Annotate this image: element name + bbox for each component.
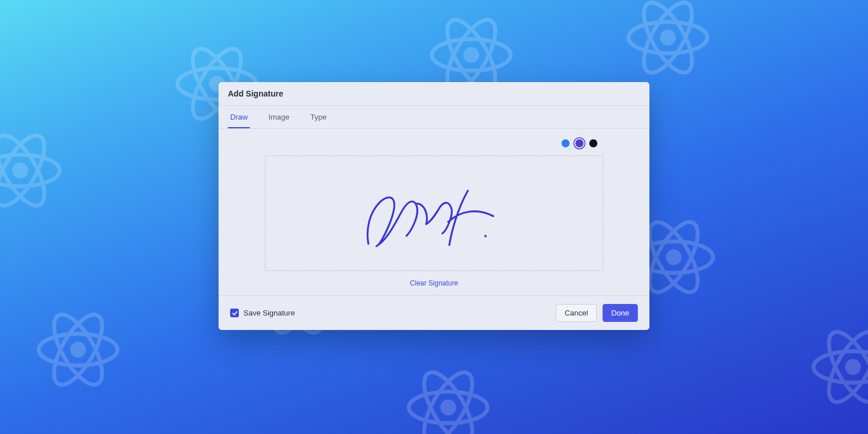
svg-point-35 [819, 325, 868, 409]
signature-mode-tabs: Draw Image Type [219, 106, 649, 129]
svg-point-14 [0, 128, 54, 212]
svg-point-28 [666, 249, 681, 265]
svg-point-9 [629, 22, 707, 54]
save-signature-checkbox[interactable] [230, 309, 239, 317]
svg-point-22 [45, 307, 111, 391]
svg-point-30 [640, 215, 707, 299]
react-logo-icon [35, 306, 121, 393]
svg-point-25 [409, 392, 487, 424]
svg-point-21 [39, 334, 117, 366]
signature-body: Clear Signature [219, 129, 649, 295]
add-signature-dialog: Add Signature Draw Image Type Clear Sign… [219, 82, 649, 330]
tab-type[interactable]: Type [308, 106, 328, 128]
signature-drawing [359, 176, 509, 251]
svg-point-27 [415, 365, 481, 434]
dialog-footer: Save Signature Cancel Done [219, 295, 649, 330]
color-blue[interactable] [562, 139, 570, 147]
react-logo-icon [0, 127, 64, 214]
svg-point-10 [634, 0, 701, 80]
color-black[interactable] [589, 139, 597, 147]
svg-point-26 [415, 365, 481, 434]
svg-point-8 [660, 29, 675, 45]
tab-draw[interactable]: Draw [228, 106, 250, 128]
save-signature-option: Save Signature [230, 309, 295, 317]
svg-point-33 [814, 351, 868, 383]
svg-point-5 [432, 39, 511, 71]
clear-signature-link[interactable]: Clear Signature [265, 279, 603, 287]
dialog-title: Add Signature [228, 89, 640, 98]
color-indigo[interactable] [575, 139, 583, 147]
svg-point-24 [440, 399, 456, 415]
dialog-header: Add Signature [219, 82, 649, 106]
svg-point-12 [12, 162, 28, 178]
svg-point-20 [70, 342, 86, 357]
signature-canvas[interactable] [265, 155, 603, 271]
svg-point-32 [845, 359, 860, 374]
svg-point-15 [0, 128, 54, 212]
svg-point-31 [640, 215, 707, 299]
react-logo-icon [405, 364, 492, 434]
save-signature-label: Save Signature [243, 309, 295, 317]
color-picker [265, 139, 603, 147]
check-icon [232, 310, 238, 316]
svg-point-34 [819, 325, 868, 409]
react-logo-icon [625, 0, 711, 81]
tab-image[interactable]: Image [266, 106, 291, 128]
svg-point-11 [634, 0, 701, 80]
svg-point-23 [45, 307, 111, 391]
svg-point-13 [0, 155, 60, 187]
cancel-button[interactable]: Cancel [556, 304, 596, 322]
react-logo-icon [810, 324, 868, 410]
svg-point-4 [463, 47, 479, 62]
done-button[interactable]: Done [603, 304, 638, 322]
